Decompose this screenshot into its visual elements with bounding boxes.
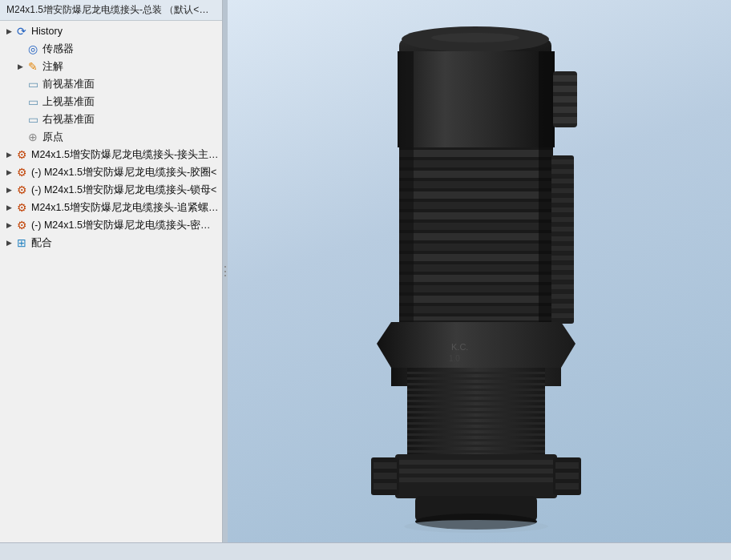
svg-rect-19 bbox=[399, 202, 553, 209]
tree-item-note[interactable]: ▶✎注解 bbox=[0, 58, 222, 75]
svg-rect-24 bbox=[399, 254, 553, 261]
svg-rect-56 bbox=[407, 372, 545, 374]
svg-rect-46 bbox=[551, 275, 574, 280]
arrow-part2: ▶ bbox=[3, 167, 14, 178]
svg-rect-37 bbox=[551, 188, 574, 193]
tree-item-sensor[interactable]: ◎传感器 bbox=[0, 40, 222, 58]
status-bar bbox=[0, 542, 731, 560]
svg-rect-30 bbox=[399, 316, 553, 320]
svg-rect-5 bbox=[398, 51, 414, 147]
svg-rect-58 bbox=[407, 383, 545, 385]
label-part1: M24x1.5增安防爆尼龙电缆接头-接头主体- bbox=[31, 148, 219, 162]
svg-rect-48 bbox=[551, 294, 574, 299]
svg-rect-68 bbox=[407, 439, 545, 441]
svg-rect-76 bbox=[374, 462, 397, 469]
arrow-mates: ▶ bbox=[3, 237, 14, 248]
arrow-part1: ▶ bbox=[3, 149, 14, 160]
svg-rect-40 bbox=[551, 217, 574, 222]
svg-rect-61 bbox=[407, 400, 545, 402]
svg-rect-18 bbox=[399, 191, 553, 199]
svg-rect-44 bbox=[551, 256, 574, 260]
tree-item-right[interactable]: ▭右视基准面 bbox=[0, 111, 222, 128]
arrow-history: ▶ bbox=[3, 26, 14, 37]
tree-item-part3[interactable]: ▶⚙(-) M24x1.5增安防爆尼龙电缆接头-锁母< bbox=[0, 181, 222, 199]
svg-rect-64 bbox=[407, 417, 545, 419]
svg-rect-16 bbox=[399, 171, 553, 178]
svg-marker-52 bbox=[377, 322, 576, 368]
history-icon: ⟳ bbox=[14, 24, 29, 38]
svg-text:1.0: 1.0 bbox=[449, 354, 460, 363]
arrow-note: ▶ bbox=[14, 61, 26, 72]
svg-point-3 bbox=[431, 33, 519, 42]
svg-point-85 bbox=[404, 520, 548, 533]
svg-rect-42 bbox=[551, 236, 574, 241]
svg-rect-26 bbox=[399, 275, 553, 282]
svg-rect-15 bbox=[399, 160, 553, 167]
svg-rect-28 bbox=[399, 296, 553, 303]
svg-rect-29 bbox=[399, 306, 553, 313]
svg-rect-49 bbox=[551, 304, 574, 308]
svg-rect-31 bbox=[399, 147, 414, 324]
svg-rect-67 bbox=[407, 433, 545, 436]
svg-rect-4 bbox=[398, 51, 555, 147]
svg-rect-60 bbox=[407, 394, 545, 397]
svg-rect-59 bbox=[407, 389, 545, 391]
plane-icon: ▭ bbox=[26, 95, 40, 109]
tree-item-part5[interactable]: ▶⚙(-) M24x1.5增安防爆尼龙电缆接头-密封圈 bbox=[0, 216, 222, 234]
svg-rect-81 bbox=[555, 473, 579, 479]
svg-rect-50 bbox=[551, 313, 574, 318]
label-origin: 原点 bbox=[42, 131, 63, 144]
label-part3: (-) M24x1.5增安防爆尼龙电缆接头-锁母< bbox=[31, 183, 216, 197]
svg-rect-17 bbox=[399, 181, 553, 188]
tree-item-part2[interactable]: ▶⚙(-) M24x1.5增安防爆尼龙电缆接头-胶圈< bbox=[0, 163, 222, 181]
tree-item-front[interactable]: ▭前视基准面 bbox=[0, 75, 222, 93]
part-icon: ⚙ bbox=[14, 165, 29, 179]
label-note: 注解 bbox=[42, 60, 63, 74]
svg-rect-32 bbox=[539, 147, 553, 324]
arrow-right bbox=[14, 114, 26, 125]
label-top: 上视基准面 bbox=[42, 95, 95, 109]
svg-rect-62 bbox=[407, 405, 545, 408]
label-part2: (-) M24x1.5增安防爆尼龙电缆接头-胶圈< bbox=[31, 166, 216, 179]
arrow-front bbox=[14, 79, 26, 90]
tree-item-origin[interactable]: ⊕原点 bbox=[0, 128, 222, 146]
svg-rect-36 bbox=[551, 179, 574, 183]
svg-rect-70 bbox=[407, 450, 545, 453]
3d-viewport[interactable]: // ribs drawn below via SVG elements bbox=[228, 0, 731, 542]
svg-rect-22 bbox=[399, 233, 553, 240]
tree-item-top[interactable]: ▭上视基准面 bbox=[0, 93, 222, 111]
arrow-part5: ▶ bbox=[3, 220, 14, 231]
svg-rect-12 bbox=[553, 117, 577, 123]
label-history: History bbox=[31, 26, 63, 37]
part-icon: ⚙ bbox=[14, 183, 29, 197]
tree-item-part4[interactable]: ▶⚙M24x1.5增安防爆尼龙电缆接头-追紧螺母- bbox=[0, 199, 222, 216]
svg-rect-34 bbox=[551, 159, 574, 164]
label-part5: (-) M24x1.5增安防爆尼龙电缆接头-密封圈 bbox=[31, 219, 219, 232]
label-right: 右视基准面 bbox=[42, 113, 95, 127]
svg-rect-6 bbox=[539, 51, 555, 147]
svg-rect-11 bbox=[553, 107, 577, 113]
svg-rect-41 bbox=[551, 227, 574, 232]
label-part4: M24x1.5增安防爆尼龙电缆接头-追紧螺母- bbox=[31, 201, 219, 215]
plane-icon: ▭ bbox=[26, 77, 40, 91]
svg-rect-27 bbox=[399, 285, 553, 292]
svg-rect-45 bbox=[551, 265, 574, 270]
svg-rect-10 bbox=[553, 96, 577, 103]
tree-item-mates[interactable]: ▶⊞配合 bbox=[0, 234, 222, 252]
arrow-part4: ▶ bbox=[3, 202, 14, 213]
plane-icon: ▭ bbox=[26, 112, 40, 127]
svg-rect-72 bbox=[395, 460, 557, 465]
arrow-origin bbox=[14, 131, 26, 143]
svg-rect-47 bbox=[551, 284, 574, 289]
label-front: 前视基准面 bbox=[42, 78, 95, 91]
svg-rect-63 bbox=[407, 411, 545, 413]
tree-item-part1[interactable]: ▶⚙M24x1.5增安防爆尼龙电缆接头-接头主体- bbox=[0, 146, 222, 163]
model-view: // ribs drawn below via SVG elements bbox=[228, 0, 731, 542]
feature-tree: ▶⟳History◎传感器▶✎注解▭前视基准面▭上视基准面▭右视基准面⊕原点▶⚙… bbox=[0, 21, 222, 542]
tree-item-history[interactable]: ▶⟳History bbox=[0, 22, 222, 40]
svg-rect-23 bbox=[399, 244, 553, 251]
svg-rect-14 bbox=[399, 150, 553, 157]
svg-rect-38 bbox=[551, 198, 574, 203]
part-icon: ⚙ bbox=[14, 147, 29, 162]
svg-rect-78 bbox=[374, 483, 397, 489]
